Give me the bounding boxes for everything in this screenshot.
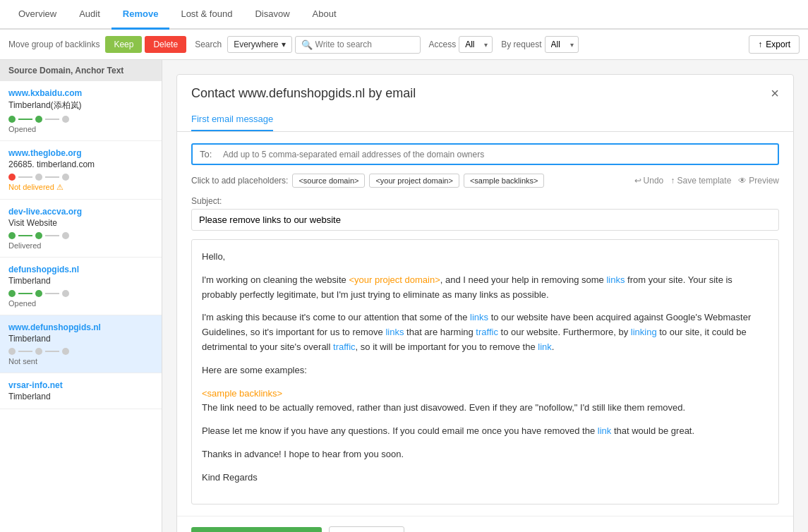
progress-dot: [62, 174, 69, 181]
byrequest-group: By request All: [501, 36, 578, 53]
list-item[interactable]: www.defunshopgids.nl Timberland Not sent: [0, 315, 162, 373]
byrequest-label: By request: [501, 40, 541, 49]
delete-button[interactable]: Delete: [145, 36, 186, 53]
progress-dot: [35, 290, 42, 297]
search-label: Search: [195, 40, 222, 49]
progress-bar: [8, 290, 153, 297]
progress-bar: [8, 232, 153, 239]
link-highlight: links: [470, 312, 488, 322]
search-input[interactable]: [315, 40, 414, 49]
placeholders-label: Click to add placeholders:: [191, 176, 288, 186]
keep-button[interactable]: Keep: [105, 36, 142, 53]
contact-modal: Contact www.defunshopgids.nl by email × …: [176, 74, 794, 532]
link-highlight: link: [538, 341, 552, 352]
modal-footer: Send and proceed to next Next domain I h…: [177, 516, 793, 532]
status-text: Delivered: [8, 241, 153, 250]
progress-dot: [62, 116, 69, 123]
status-text: Opened: [8, 125, 153, 133]
export-icon: ↑: [758, 40, 762, 49]
save-template-button[interactable]: ↑ Save template: [670, 176, 731, 186]
nav-tabs: Overview Audit Remove Lost & found Disav…: [0, 0, 808, 30]
sidebar-domain: defunshopgids.nl: [8, 265, 153, 274]
tab-first-email[interactable]: First email message: [191, 108, 273, 131]
everywhere-dropdown[interactable]: Everywhere ▾: [227, 36, 291, 53]
undo-button[interactable]: ↩ Undo: [634, 176, 664, 186]
byrequest-select-wrap: All: [545, 36, 579, 53]
access-select[interactable]: All: [459, 37, 492, 52]
tab-overview[interactable]: Overview: [7, 0, 68, 30]
body-greeting: Hello,: [202, 250, 768, 265]
link-highlight: linking: [631, 327, 657, 337]
list-item[interactable]: dev-live.accva.org Visit Website Deliver…: [0, 200, 162, 258]
body-para3b: <sample backlinks> The link need to be a…: [202, 387, 768, 416]
subject-label: Subject:: [191, 196, 779, 206]
export-button[interactable]: ↑ Export: [749, 35, 800, 54]
progress-bar: [8, 174, 153, 181]
toolbar: Move group of backlinks Keep Delete Sear…: [0, 30, 808, 60]
progress-dot: [8, 232, 16, 239]
modal-title: Contact www.defunshopgids.nl by email: [191, 86, 416, 101]
byrequest-select[interactable]: All: [545, 37, 578, 52]
progress-dot: [35, 232, 42, 239]
sidebar-domain: www.theglobe.org: [8, 148, 153, 158]
sidebar-domain: vrsar-info.net: [8, 380, 153, 390]
body-para1: I'm working on cleaning the website <you…: [202, 273, 768, 303]
progress-dot: [62, 348, 69, 355]
progress-line: [18, 293, 32, 294]
tab-about[interactable]: About: [301, 0, 348, 30]
send-button[interactable]: Send and proceed to next: [191, 527, 322, 532]
placeholder-source-btn[interactable]: <source domain>: [292, 174, 365, 188]
next-domain-button[interactable]: Next domain: [329, 526, 404, 532]
progress-bar: [8, 348, 153, 355]
preview-button[interactable]: 👁 Preview: [738, 176, 779, 186]
link-highlight: link: [598, 425, 612, 436]
main-layout: Source Domain, Anchor Text www.kxbaidu.c…: [0, 60, 808, 532]
progress-dot: [8, 116, 16, 123]
close-button[interactable]: ×: [771, 86, 779, 100]
progress-dot: [62, 232, 69, 239]
placeholder-backlinks-btn[interactable]: <sample backlinks>: [464, 174, 545, 188]
sidebar-anchor: Timberland: [8, 392, 153, 401]
status-text: Not sent: [8, 357, 153, 365]
link-highlight: traffic: [476, 327, 498, 337]
sidebar: Source Domain, Anchor Text www.kxbaidu.c…: [0, 60, 162, 532]
tab-audit[interactable]: Audit: [68, 0, 111, 30]
status-text: Opened: [8, 299, 153, 308]
progress-line: [18, 235, 32, 236]
list-item[interactable]: vrsar-info.net Timberland: [0, 373, 162, 409]
list-item[interactable]: www.kxbaidu.com Timberland(添柏岚) Opened: [0, 81, 162, 141]
list-item[interactable]: www.theglobe.org 26685. timberland.com N…: [0, 141, 162, 200]
subject-input[interactable]: [191, 209, 779, 231]
placeholder-highlight: <your project domain>: [349, 274, 440, 285]
email-body[interactable]: Hello, I'm working on cleaning the websi…: [191, 239, 779, 504]
tab-remove[interactable]: Remove: [111, 0, 170, 30]
tab-disavow[interactable]: Disavow: [243, 0, 301, 30]
save-template-label: Save template: [677, 176, 732, 186]
sidebar-anchor: Timberland(添柏岚): [8, 99, 153, 111]
sidebar-anchor: 26685. timberland.com: [8, 159, 153, 169]
move-group: Move group of backlinks Keep Delete: [8, 36, 186, 53]
access-select-wrap: All: [459, 36, 493, 53]
progress-line: [45, 293, 59, 294]
sidebar-anchor: Visit Website: [8, 218, 153, 228]
progress-bar: [8, 116, 153, 123]
sidebar-header: Source Domain, Anchor Text: [0, 60, 162, 81]
access-group: Access All: [429, 36, 493, 53]
progress-dot: [8, 348, 16, 355]
body-para4: Please let me know if you have any quest…: [202, 424, 768, 439]
to-field: To:: [191, 143, 779, 165]
action-links: ↩ Undo ↑ Save template 👁 Preview: [634, 176, 779, 186]
placeholders-row: Click to add placeholders: <source domai…: [191, 174, 779, 188]
progress-line: [45, 119, 59, 120]
progress-line: [45, 235, 59, 236]
dropdown-arrow-icon: ▾: [282, 40, 286, 49]
to-input[interactable]: [223, 150, 771, 159]
progress-dot: [35, 116, 42, 123]
list-item[interactable]: defunshopgids.nl Timberland Opened: [0, 258, 162, 315]
body-para3: Here are some examples:: [202, 363, 768, 378]
progress-line: [45, 351, 59, 352]
placeholder-project-btn[interactable]: <your project domain>: [369, 174, 459, 188]
sidebar-domain: www.kxbaidu.com: [8, 88, 153, 98]
tab-lost-found[interactable]: Lost & found: [169, 0, 243, 30]
save-icon: ↑: [670, 176, 675, 186]
